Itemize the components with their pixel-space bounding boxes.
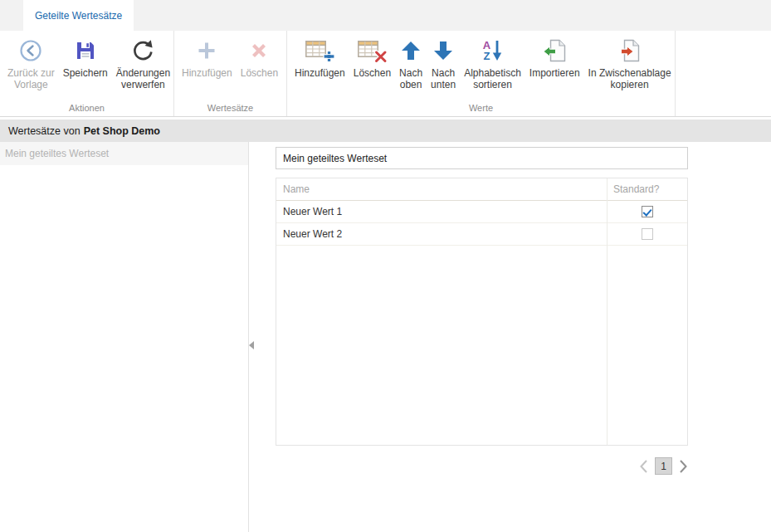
- info-bar: Wertesätze von Pet Shop Demo: [0, 120, 771, 142]
- button-label-line1: In Zwischenablage: [588, 67, 671, 79]
- table-add-icon: [304, 34, 335, 67]
- button-label-line2: sortieren: [473, 79, 512, 90]
- button-label-line1: Löschen: [241, 67, 278, 79]
- button-label-line1: Speichern: [63, 67, 108, 79]
- info-bar-prefix: Wertesätze von: [8, 125, 81, 137]
- tab-label: Geteilte Wertesätze: [35, 10, 122, 22]
- app-window: Geteilte Wertesätze Zurück zur Vorlage: [0, 0, 771, 532]
- button-label-line1: Alphabetisch: [464, 67, 521, 79]
- standard-checkbox[interactable]: [642, 206, 653, 217]
- button-row: Hinzufügen Löschen: [174, 31, 286, 81]
- pagination: 1: [276, 457, 688, 475]
- button-label-line2: oben: [400, 79, 422, 90]
- group-label-werte: Werte: [287, 100, 675, 116]
- tab-bar: Geteilte Wertesätze: [0, 0, 771, 31]
- button-label-line1: Importieren: [529, 67, 580, 79]
- sidebar: Mein geteiltes Werteset: [0, 142, 249, 532]
- group-label-aktionen: Aktionen: [0, 100, 173, 116]
- sidebar-item-werteset[interactable]: Mein geteiltes Werteset: [0, 142, 248, 165]
- column-divider: [607, 178, 608, 445]
- import-icon: [542, 34, 567, 67]
- arrow-down-icon: [432, 34, 455, 67]
- prev-page-button[interactable]: [639, 459, 648, 474]
- sort-letter-z: Z: [483, 51, 490, 61]
- column-header-standard: Standard?: [607, 178, 687, 200]
- table-delete-icon: [356, 34, 388, 67]
- button-label-line1: Nach: [399, 67, 422, 79]
- table-row[interactable]: Neuer Wert 2: [276, 223, 687, 246]
- cell-name: Neuer Wert 2: [276, 228, 607, 240]
- ribbon-group-aktionen: Zurück zur Vorlage Speic: [0, 31, 174, 116]
- values-table: Name Standard? Neuer Wert 1 Neuer Wert 2: [276, 178, 688, 446]
- main-panel: Name Standard? Neuer Wert 1 Neuer Wert 2: [250, 142, 771, 532]
- sort-letters: A Z: [483, 40, 490, 61]
- back-circle-icon: [18, 34, 43, 67]
- cell-name: Neuer Wert 1: [276, 206, 607, 217]
- chevron-right-icon: [679, 459, 688, 474]
- button-label-line2: verwerfen: [121, 79, 165, 90]
- nach-unten-button[interactable]: Nach unten: [427, 32, 460, 92]
- zurueck-zur-vorlage-button[interactable]: Zurück zur Vorlage: [3, 32, 59, 92]
- button-label-line1: Hinzufügen: [295, 67, 345, 79]
- nach-oben-button[interactable]: Nach oben: [395, 32, 427, 92]
- wertesaetze-hinzufuegen-button[interactable]: Hinzufügen: [178, 32, 237, 81]
- ribbon: Zurück zur Vorlage Speic: [0, 31, 771, 117]
- x-icon: [249, 34, 269, 67]
- collapse-sidebar-handle[interactable]: [246, 334, 256, 356]
- next-page-button[interactable]: [679, 459, 688, 474]
- speichern-button[interactable]: Speichern: [59, 32, 112, 81]
- wertesaetze-loeschen-button[interactable]: Löschen: [237, 32, 282, 81]
- button-label-line2: Vorlage: [14, 79, 48, 90]
- aenderungen-verwerfen-button[interactable]: Änderungen verwerfen: [112, 32, 174, 92]
- button-row: Hinzufügen Löschen: [287, 31, 675, 92]
- chevron-left-icon: [639, 459, 648, 474]
- copy-clipboard-icon: [617, 34, 642, 67]
- column-header-name: Name: [276, 178, 607, 200]
- info-bar-title: Pet Shop Demo: [84, 125, 160, 137]
- table-row[interactable]: Neuer Wert 1: [276, 201, 687, 223]
- cell-standard: [607, 228, 687, 240]
- save-icon: [74, 34, 97, 67]
- group-label-wertesaetze: Wertesätze: [174, 100, 286, 116]
- ribbon-group-werte: Hinzufügen Löschen: [287, 31, 676, 116]
- werteset-name-input[interactable]: [276, 147, 688, 169]
- button-label-line1: Änderungen: [116, 67, 170, 79]
- table-header: Name Standard?: [276, 178, 687, 201]
- discard-icon: [130, 34, 155, 67]
- ribbon-group-wertesaetze: Hinzufügen Löschen Wertesätze: [174, 31, 287, 116]
- importieren-button[interactable]: Importieren: [525, 32, 584, 81]
- alphabetisch-sortieren-button[interactable]: A Z Alphabetisch sortieren: [460, 32, 525, 92]
- werte-loeschen-button[interactable]: Löschen: [349, 32, 395, 81]
- button-label-line1: Löschen: [354, 67, 391, 79]
- arrow-up-icon: [399, 34, 422, 67]
- plus-icon: [196, 34, 217, 67]
- button-label-line1: Hinzufügen: [182, 67, 232, 79]
- chevron-left-icon: [249, 341, 254, 349]
- button-label-line1: Nach: [432, 67, 455, 79]
- button-label-line2: unten: [431, 79, 456, 90]
- page-number[interactable]: 1: [655, 457, 672, 475]
- standard-checkbox[interactable]: [642, 228, 653, 240]
- tab-geteilte-wertesaetze[interactable]: Geteilte Wertesätze: [23, 0, 134, 31]
- cell-standard: [607, 206, 687, 217]
- sort-az-icon: A Z: [483, 34, 502, 67]
- button-row: Zurück zur Vorlage Speic: [0, 31, 173, 92]
- button-label-line2: kopieren: [611, 79, 649, 90]
- werte-hinzufuegen-button[interactable]: Hinzufügen: [290, 32, 349, 81]
- sidebar-item-label: Mein geteiltes Werteset: [5, 148, 109, 159]
- in-zwischenablage-kopieren-button[interactable]: In Zwischenablage kopieren: [584, 32, 676, 92]
- button-label-line1: Zurück zur: [7, 67, 55, 79]
